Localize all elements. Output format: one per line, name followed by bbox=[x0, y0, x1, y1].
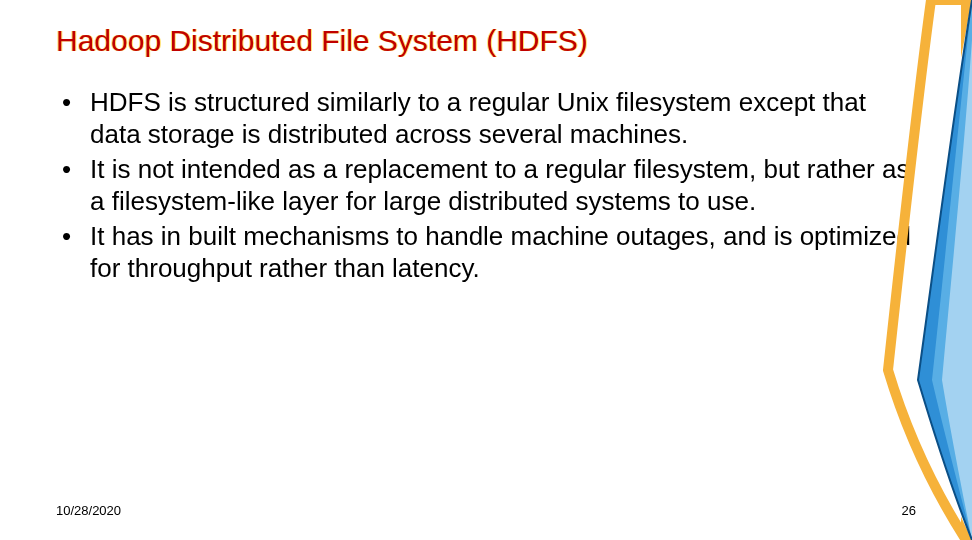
slide-title: Hadoop Distributed File System (HDFS) bbox=[56, 22, 916, 60]
bullet-item: It has in built mechanisms to handle mac… bbox=[56, 220, 916, 285]
slide-container: Hadoop Distributed File System (HDFS) HD… bbox=[0, 0, 972, 540]
footer-date: 10/28/2020 bbox=[56, 503, 121, 518]
bullet-list: HDFS is structured similarly to a regula… bbox=[56, 86, 916, 285]
slide-body: HDFS is structured similarly to a regula… bbox=[56, 86, 916, 285]
bullet-item: HDFS is structured similarly to a regula… bbox=[56, 86, 916, 151]
footer-page-number: 26 bbox=[902, 503, 916, 518]
bullet-item: It is not intended as a replacement to a… bbox=[56, 153, 916, 218]
